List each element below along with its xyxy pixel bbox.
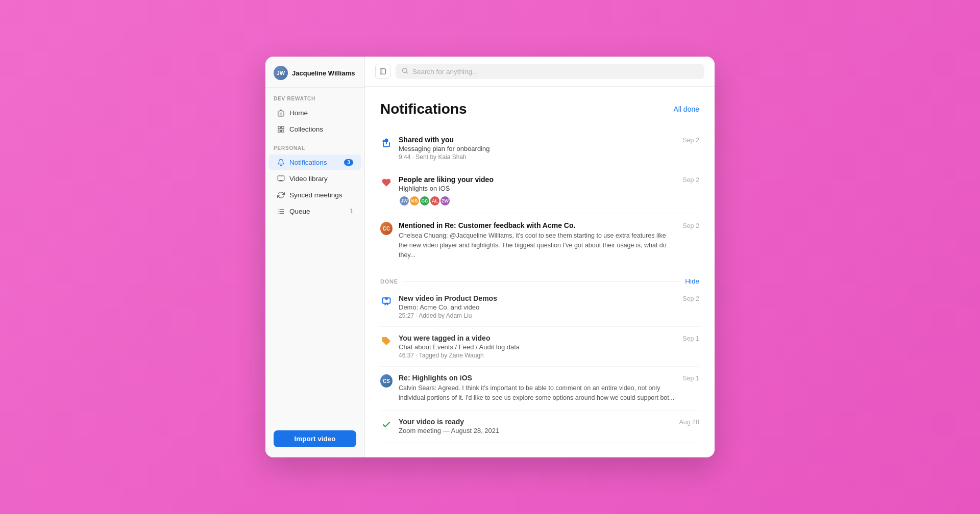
notification-likes[interactable]: People are liking your video Highlights … <box>380 168 699 214</box>
done-new-video-title: New video in Product Demos <box>399 294 676 302</box>
bell-icon <box>277 158 285 166</box>
svg-rect-16 <box>385 139 388 142</box>
sidebar-item-video-library[interactable]: Video library <box>268 171 361 186</box>
notif-likes-body: People are liking your video Highlights … <box>399 175 676 207</box>
avatar-4: AL <box>429 195 440 207</box>
video-icon <box>277 174 285 183</box>
collections-icon <box>277 125 285 133</box>
done-notification-new-video[interactable]: New video in Product Demos Demo: Acme Co… <box>380 287 699 327</box>
done-tagged-date: Sep 1 <box>682 335 699 342</box>
done-reply-date: Sep 1 <box>682 375 699 382</box>
content-area: Notifications All done Shared with you <box>365 87 715 457</box>
done-notification-reply[interactable]: CS Re: Highlights on iOS Calvin Sears: A… <box>380 367 699 410</box>
svg-line-14 <box>406 72 407 73</box>
sidebar: JW Jacqueline Williams DEV REWATCH Home … <box>265 57 365 457</box>
svg-rect-2 <box>281 130 283 132</box>
done-divider: DONE Hide <box>380 277 699 285</box>
sidebar-item-synced-meetings[interactable]: Synced meetings <box>268 187 361 202</box>
done-notification-video-ready[interactable]: Your video is ready Zoom meeting — Augus… <box>380 410 699 443</box>
notifications-badge: 3 <box>344 159 353 166</box>
notif-likes-title: People are liking your video <box>399 175 676 184</box>
hide-button[interactable]: Hide <box>685 277 699 285</box>
sidebar-item-synced-meetings-label: Synced meetings <box>289 191 342 199</box>
done-notification-tagged[interactable]: You were tagged in a video Chat about Ev… <box>380 327 699 367</box>
done-video-ready-sub: Zoom meeting — August 28, 2021 <box>399 427 673 434</box>
done-label: DONE <box>380 278 398 285</box>
done-new-video-sub: Demo: Acme Co. and video <box>399 303 676 311</box>
all-done-button[interactable]: All done <box>673 105 699 113</box>
done-tagged-body: You were tagged in a video Chat about Ev… <box>399 334 676 359</box>
sidebar-item-home[interactable]: Home <box>268 105 361 120</box>
notif-mention-comment: Chelsea Chuang: @Jacqueline Williams, it… <box>399 231 676 260</box>
tag-icon <box>380 335 393 347</box>
done-line <box>403 281 680 281</box>
topbar: Search for anything... <box>365 57 715 87</box>
section-label-dev: DEV REWATCH <box>265 88 364 105</box>
sidebar-item-collections[interactable]: Collections <box>268 121 361 137</box>
main-content: Search for anything... Notifications All… <box>365 57 715 457</box>
queue-count: 1 <box>350 208 353 215</box>
avatar-2: KS <box>409 195 420 207</box>
new-video-icon <box>380 295 393 307</box>
notif-likes-date: Sep 2 <box>682 176 699 184</box>
share-icon <box>380 137 393 149</box>
heart-icon <box>380 176 393 189</box>
done-new-video-date: Sep 2 <box>682 295 699 302</box>
notification-shared-with-you[interactable]: Shared with you Messaging plan for onboa… <box>380 128 699 168</box>
user-avatar: JW <box>274 66 288 80</box>
done-video-ready-body: Your video is ready Zoom meeting — Augus… <box>399 418 673 435</box>
queue-icon <box>277 207 285 215</box>
avatar-3: CC <box>419 195 430 207</box>
done-tagged-sub: Chat about Events / Feed / Audit log dat… <box>399 343 676 351</box>
check-icon <box>380 419 393 431</box>
notif-shared-body: Shared with you Messaging plan for onboa… <box>399 136 676 161</box>
svg-rect-3 <box>278 130 280 132</box>
notif-likes-sub: Highlights on iOS <box>399 185 676 192</box>
sync-icon <box>277 191 285 199</box>
import-video-button[interactable]: Import video <box>274 430 356 447</box>
notification-mention[interactable]: CC Mentioned in Re: Customer feedback wi… <box>380 214 699 267</box>
done-new-video-body: New video in Product Demos Demo: Acme Co… <box>399 294 676 319</box>
done-new-video-meta: 25:27 · Added by Adam Liu <box>399 312 676 319</box>
sidebar-item-home-label: Home <box>289 109 308 117</box>
notif-shared-sub: Messaging plan for onboarding <box>399 145 676 152</box>
avatars-row: JW KS CC AL ZW <box>399 195 676 207</box>
sidebar-header: JW Jacqueline Williams <box>265 57 364 88</box>
avatar-1: JW <box>399 195 410 207</box>
notif-mention-title: Mentioned in Re: Customer feedback with … <box>399 221 676 229</box>
avatar-5: ZW <box>439 195 451 207</box>
reply-avatar: CS <box>380 375 393 387</box>
sidebar-toggle-button[interactable] <box>375 64 390 79</box>
section-label-personal: PERSONAL <box>265 137 364 154</box>
notif-shared-title: Shared with you <box>399 136 676 144</box>
done-reply-body: Re: Highlights on iOS Calvin Sears: Agre… <box>399 374 676 403</box>
svg-rect-4 <box>278 176 284 181</box>
sidebar-item-queue[interactable]: Queue 1 <box>268 203 361 219</box>
notif-mention-date: Sep 2 <box>682 222 699 229</box>
done-reply-comment: Calvin Sears: Agreed. I think it's impor… <box>399 383 676 403</box>
notif-shared-date: Sep 2 <box>682 137 699 144</box>
sidebar-item-video-library-label: Video library <box>289 175 328 183</box>
app-window: JW Jacqueline Williams DEV REWATCH Home … <box>265 57 715 457</box>
search-placeholder: Search for anything... <box>412 68 478 75</box>
sidebar-item-queue-label: Queue <box>289 208 310 215</box>
done-video-ready-date: Aug 28 <box>679 419 699 426</box>
search-bar[interactable]: Search for anything... <box>396 64 704 79</box>
done-reply-title: Re: Highlights on iOS <box>399 374 676 382</box>
user-name: Jacqueline Williams <box>292 69 355 77</box>
sidebar-item-collections-label: Collections <box>289 125 323 133</box>
search-icon <box>402 67 408 75</box>
import-btn-wrap: Import video <box>265 423 364 447</box>
mention-avatar: CC <box>380 222 393 235</box>
page-title: Notifications <box>380 101 467 117</box>
home-icon <box>277 109 285 117</box>
done-video-ready-title: Your video is ready <box>399 418 673 426</box>
notif-shared-meta: 9:44 · Sent by Kaia Shah <box>399 153 676 161</box>
sidebar-item-notifications-label: Notifications <box>289 159 327 166</box>
notif-mention-body: Mentioned in Re: Customer feedback with … <box>399 221 676 260</box>
svg-rect-0 <box>278 126 280 128</box>
content-header: Notifications All done <box>380 101 699 117</box>
sidebar-item-notifications[interactable]: Notifications 3 <box>268 155 361 170</box>
svg-rect-1 <box>281 126 283 128</box>
done-tagged-title: You were tagged in a video <box>399 334 676 342</box>
